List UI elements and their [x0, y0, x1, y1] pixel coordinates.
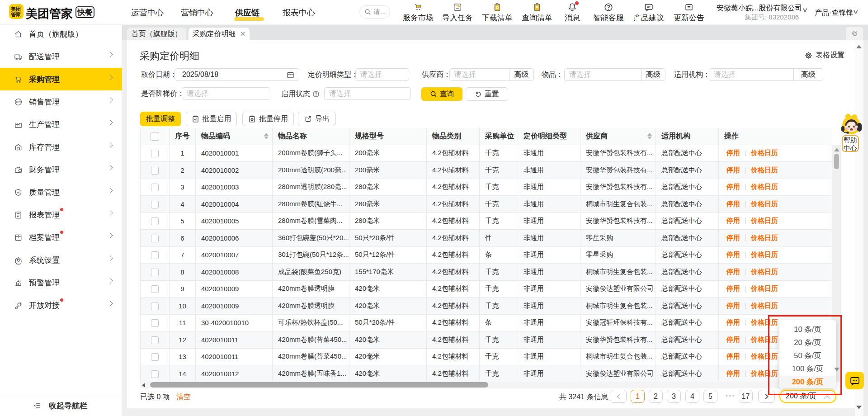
- svg-text:BUY: BUY: [15, 100, 21, 103]
